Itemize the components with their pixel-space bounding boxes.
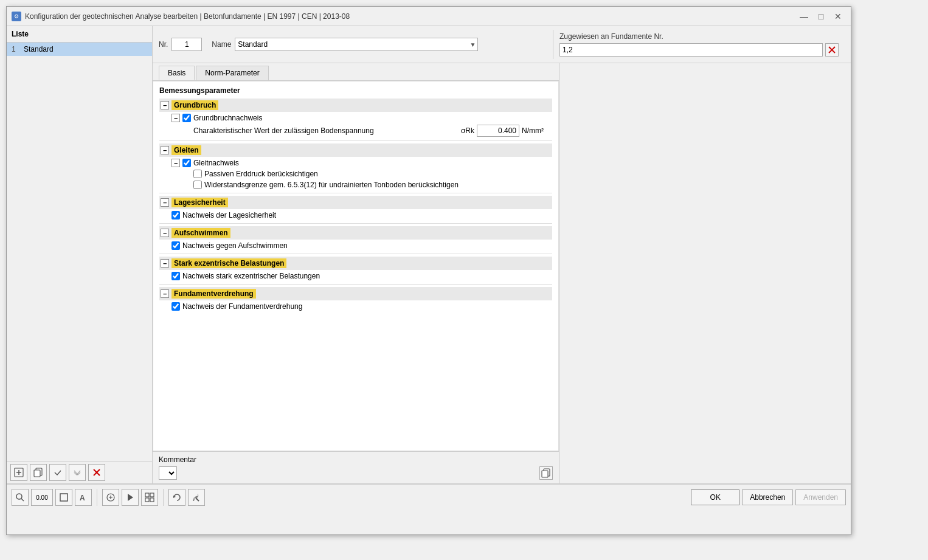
stark-nachweis-label: Nachweis stark exzentrischer Belastungen <box>182 272 320 280</box>
zugewiesen-input[interactable] <box>559 43 823 57</box>
collapse-grundbruch-nachweis-button[interactable]: − <box>171 114 180 122</box>
check-button[interactable] <box>49 464 66 481</box>
stark-content: Nachweis stark exzentrischer Belastungen <box>159 271 552 282</box>
copy-button[interactable] <box>30 464 47 481</box>
collapse-stark-button[interactable]: − <box>161 259 169 268</box>
toolbar-sep-2 <box>163 489 164 506</box>
widerstandsgrenze-label: Widerstandsgrenze gem. 6.5.3(12) für und… <box>204 181 459 189</box>
gleitnachweis-checkbox[interactable] <box>182 159 191 167</box>
cancel-button[interactable]: Abbrechen <box>742 489 793 505</box>
window-title: Konfiguration der geotechnischen Analyse… <box>25 12 350 21</box>
rectangle-toolbar-button[interactable] <box>55 489 72 506</box>
section-aufschwimmen: − Aufschwimmen <box>159 226 552 240</box>
tab-norm-parameter[interactable]: Norm-Parameter <box>196 66 268 80</box>
grid-toolbar-button[interactable] <box>141 489 158 506</box>
split-area: Basis Norm-Parameter Bemessungsparameter… <box>153 63 851 483</box>
grundbruch-content: − Grundbruchnachweis Charakteristischer … <box>159 112 552 138</box>
titlebar: ⚙ Konfiguration der geotechnischen Analy… <box>7 7 851 26</box>
play-toolbar-button[interactable] <box>122 489 139 506</box>
collapse-fundamentverdrehung-button[interactable]: − <box>161 289 169 298</box>
text-toolbar-button[interactable]: A <box>75 489 92 506</box>
zugewiesen-panel: Zugewiesen an Fundamente Nr. <box>553 30 845 59</box>
comment-area: Kommentar <box>153 451 559 483</box>
tab-basis[interactable]: Basis <box>159 66 195 80</box>
stark-nachweis-checkbox[interactable] <box>171 272 180 280</box>
assign-toolbar-button[interactable] <box>102 489 119 506</box>
section-grundbruch: − Grundbruch <box>159 99 552 112</box>
svg-marker-10 <box>128 494 133 501</box>
bodenspannung-row: Charakteristischer Wert der zulässigen B… <box>193 123 552 138</box>
grundbruchnachweis-checkbox[interactable] <box>182 114 191 122</box>
lagesicherheit-content: Nachweis der Lagesicherheit <box>159 210 552 221</box>
svg-rect-12 <box>150 493 154 497</box>
wrench-toolbar-button[interactable] <box>188 489 205 506</box>
fundamentverdrehung-nachweis-row: Nachweis der Fundamentverdrehung <box>171 301 552 312</box>
ok-button[interactable]: OK <box>691 489 739 505</box>
revert-button[interactable] <box>69 464 86 481</box>
form-header: Nr. Name ▼ Zugewiesen an Fundamente Nr. <box>153 26 851 63</box>
name-input[interactable] <box>235 38 478 51</box>
value-toolbar-button[interactable]: 0.00 <box>31 489 53 506</box>
titlebar-controls: — □ ✕ <box>796 10 846 22</box>
section-gleiten: − Gleiten <box>159 143 552 157</box>
list-item-num: 1 <box>12 45 21 54</box>
section-fundamentverdrehung: − Fundamentverdrehung <box>159 287 552 300</box>
collapse-gleiten-button[interactable]: − <box>161 146 169 154</box>
section-fundamentverdrehung-title: Fundamentverdrehung <box>171 289 256 299</box>
aufschwimmen-nachweis-row: Nachweis gegen Aufschwimmen <box>171 240 552 251</box>
delete-button[interactable] <box>88 464 105 481</box>
zugewiesen-clear-button[interactable] <box>825 43 839 57</box>
zugewiesen-input-row <box>559 43 839 57</box>
main-content: Basis Norm-Parameter Bemessungsparameter… <box>153 63 559 483</box>
section-stark: − Stark exzentrische Belastungen <box>159 257 552 270</box>
gleiten-params: Passiven Erddruck berücksichtigen Widers… <box>171 168 552 190</box>
stark-nachweis-row: Nachweis stark exzentrischer Belastungen <box>171 271 552 282</box>
search-toolbar-button[interactable] <box>12 489 29 506</box>
bemessungsparameter-title: Bemessungsparameter <box>159 86 552 95</box>
list-item[interactable]: 1 Standard <box>7 43 152 56</box>
bodenspannung-symbol: σRk <box>444 126 474 135</box>
widerstandsgrenze-checkbox[interactable] <box>193 181 202 189</box>
svg-line-16 <box>196 498 199 501</box>
add-button[interactable] <box>10 464 27 481</box>
comment-dropdown[interactable] <box>159 466 177 480</box>
svg-rect-14 <box>150 498 154 502</box>
bodenspannung-value[interactable] <box>477 125 519 137</box>
collapse-lagesicherheit-button[interactable]: − <box>161 198 169 207</box>
svg-rect-2 <box>34 470 40 477</box>
aufschwimmen-nachweis-checkbox[interactable] <box>171 241 180 250</box>
bottom-toolbar: 0.00 A OK Abbrechen Anwenden <box>7 483 851 510</box>
main-window: ⚙ Konfiguration der geotechnischen Analy… <box>6 6 851 535</box>
apply-button[interactable]: Anwenden <box>795 489 846 505</box>
name-label: Name <box>212 40 231 49</box>
passiven-erddruck-label: Passiven Erddruck berücksichtigen <box>204 170 318 178</box>
reset-toolbar-button[interactable] <box>168 489 185 506</box>
collapse-gleitnachweis-button[interactable]: − <box>171 159 180 167</box>
widerstandsgrenze-row: Widerstandsgrenze gem. 6.5.3(12) für und… <box>193 179 552 190</box>
collapse-aufschwimmen-button[interactable]: − <box>161 229 169 237</box>
svg-rect-13 <box>145 498 149 502</box>
minimize-button[interactable]: — <box>796 10 812 22</box>
zugewiesen-label: Zugewiesen an Fundamente Nr. <box>559 32 839 41</box>
toolbar-sep-1 <box>97 489 97 506</box>
lagesicherheit-nachweis-checkbox[interactable] <box>171 211 180 220</box>
nr-field: Nr. <box>159 38 202 51</box>
app-icon: ⚙ <box>12 12 21 21</box>
maximize-button[interactable]: □ <box>813 10 829 22</box>
section-aufschwimmen-title: Aufschwimmen <box>171 228 230 238</box>
fundamentverdrehung-content: Nachweis der Fundamentverdrehung <box>159 301 552 312</box>
collapse-grundbruch-button[interactable]: − <box>161 101 169 109</box>
left-panel: Liste 1 Standard <box>7 26 153 483</box>
section-gleiten-title: Gleiten <box>171 145 201 155</box>
passiven-erddruck-checkbox[interactable] <box>193 170 202 178</box>
comment-input-row <box>159 466 553 480</box>
close-button[interactable]: ✕ <box>830 10 846 22</box>
list-item-label: Standard <box>24 45 54 54</box>
fundamentverdrehung-nachweis-checkbox[interactable] <box>171 302 180 311</box>
comment-copy-button[interactable] <box>539 466 553 480</box>
grundbruch-nachweis-row: − Grundbruchnachweis <box>171 112 552 123</box>
liste-header: Liste <box>7 26 152 43</box>
nr-input[interactable] <box>171 38 202 51</box>
section-lagesicherheit-title: Lagesicherheit <box>171 198 228 207</box>
svg-point-5 <box>16 494 22 499</box>
